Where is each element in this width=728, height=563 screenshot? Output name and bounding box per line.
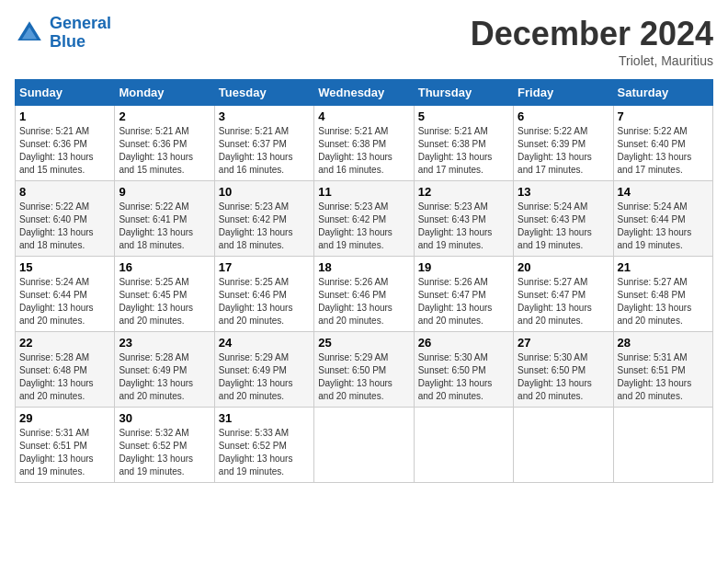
calendar-cell: 26 Sunrise: 5:30 AMSunset: 6:50 PMDaylig… <box>414 332 513 408</box>
calendar-cell <box>314 408 414 483</box>
day-info: Sunrise: 5:29 AMSunset: 6:49 PMDaylight:… <box>219 352 293 401</box>
calendar-cell: 10 Sunrise: 5:23 AMSunset: 6:42 PMDaylig… <box>214 181 313 257</box>
calendar-cell: 3 Sunrise: 5:21 AMSunset: 6:37 PMDayligh… <box>214 106 313 181</box>
day-number: 23 <box>119 336 210 350</box>
day-info: Sunrise: 5:28 AMSunset: 6:49 PMDaylight:… <box>119 352 193 401</box>
day-info: Sunrise: 5:30 AMSunset: 6:50 PMDaylight:… <box>418 352 493 401</box>
day-info: Sunrise: 5:22 AMSunset: 6:39 PMDaylight:… <box>518 126 592 175</box>
weekday-header-row: SundayMondayTuesdayWednesdayThursdayFrid… <box>16 80 713 106</box>
calendar-week-5: 29 Sunrise: 5:31 AMSunset: 6:51 PMDaylig… <box>16 408 713 483</box>
day-number: 27 <box>518 336 609 350</box>
day-info: Sunrise: 5:28 AMSunset: 6:48 PMDaylight:… <box>19 352 94 401</box>
calendar-header: SundayMondayTuesdayWednesdayThursdayFrid… <box>16 80 713 106</box>
calendar-cell: 16 Sunrise: 5:25 AMSunset: 6:45 PMDaylig… <box>115 257 214 332</box>
day-number: 6 <box>518 109 609 123</box>
day-info: Sunrise: 5:24 AMSunset: 6:44 PMDaylight:… <box>19 277 94 326</box>
calendar-week-1: 1 Sunrise: 5:21 AMSunset: 6:36 PMDayligh… <box>16 106 713 181</box>
day-number: 31 <box>219 411 310 425</box>
day-info: Sunrise: 5:24 AMSunset: 6:44 PMDaylight:… <box>618 201 692 250</box>
day-info: Sunrise: 5:23 AMSunset: 6:43 PMDaylight:… <box>418 201 493 250</box>
day-info: Sunrise: 5:21 AMSunset: 6:37 PMDaylight:… <box>219 126 293 175</box>
day-info: Sunrise: 5:26 AMSunset: 6:46 PMDaylight:… <box>318 277 392 326</box>
calendar-cell: 18 Sunrise: 5:26 AMSunset: 6:46 PMDaylig… <box>314 257 414 332</box>
day-number: 17 <box>219 260 310 274</box>
day-info: Sunrise: 5:31 AMSunset: 6:51 PMDaylight:… <box>618 352 692 401</box>
day-number: 5 <box>418 109 509 123</box>
calendar-cell <box>613 408 712 483</box>
day-number: 14 <box>618 185 709 199</box>
day-number: 9 <box>119 185 210 199</box>
calendar-cell: 15 Sunrise: 5:24 AMSunset: 6:44 PMDaylig… <box>16 257 115 332</box>
calendar-cell: 22 Sunrise: 5:28 AMSunset: 6:48 PMDaylig… <box>16 332 115 408</box>
weekday-thursday: Thursday <box>414 80 513 106</box>
day-info: Sunrise: 5:22 AMSunset: 6:40 PMDaylight:… <box>19 201 94 250</box>
day-number: 12 <box>418 185 509 199</box>
day-info: Sunrise: 5:30 AMSunset: 6:50 PMDaylight:… <box>518 352 592 401</box>
calendar-table: SundayMondayTuesdayWednesdayThursdayFrid… <box>15 79 713 483</box>
calendar-body: 1 Sunrise: 5:21 AMSunset: 6:36 PMDayligh… <box>16 106 713 483</box>
day-number: 20 <box>518 260 609 274</box>
day-number: 4 <box>318 109 409 123</box>
calendar-cell: 7 Sunrise: 5:22 AMSunset: 6:40 PMDayligh… <box>613 106 712 181</box>
page-header: General Blue December 2024 Triolet, Maur… <box>15 15 713 68</box>
day-number: 7 <box>618 109 709 123</box>
calendar-cell <box>514 408 613 483</box>
calendar-cell: 4 Sunrise: 5:21 AMSunset: 6:38 PMDayligh… <box>314 106 414 181</box>
calendar-cell: 17 Sunrise: 5:25 AMSunset: 6:46 PMDaylig… <box>214 257 313 332</box>
day-number: 24 <box>219 336 310 350</box>
weekday-tuesday: Tuesday <box>214 80 313 106</box>
day-number: 22 <box>19 336 110 350</box>
day-number: 8 <box>19 185 110 199</box>
calendar-week-3: 15 Sunrise: 5:24 AMSunset: 6:44 PMDaylig… <box>16 257 713 332</box>
day-number: 30 <box>119 411 210 425</box>
day-info: Sunrise: 5:24 AMSunset: 6:43 PMDaylight:… <box>518 201 592 250</box>
day-number: 18 <box>318 260 409 274</box>
day-number: 19 <box>418 260 509 274</box>
day-info: Sunrise: 5:21 AMSunset: 6:38 PMDaylight:… <box>418 126 493 175</box>
day-info: Sunrise: 5:31 AMSunset: 6:51 PMDaylight:… <box>19 428 94 477</box>
day-number: 2 <box>119 109 210 123</box>
calendar-cell: 1 Sunrise: 5:21 AMSunset: 6:36 PMDayligh… <box>16 106 115 181</box>
weekday-sunday: Sunday <box>16 80 115 106</box>
calendar-cell: 19 Sunrise: 5:26 AMSunset: 6:47 PMDaylig… <box>414 257 513 332</box>
logo-icon <box>15 18 44 48</box>
month-title: December 2024 <box>471 15 713 53</box>
calendar-cell: 6 Sunrise: 5:22 AMSunset: 6:39 PMDayligh… <box>514 106 613 181</box>
day-number: 29 <box>19 411 110 425</box>
day-number: 16 <box>119 260 210 274</box>
day-info: Sunrise: 5:21 AMSunset: 6:36 PMDaylight:… <box>119 126 193 175</box>
day-info: Sunrise: 5:32 AMSunset: 6:52 PMDaylight:… <box>119 428 193 477</box>
calendar-cell: 21 Sunrise: 5:27 AMSunset: 6:48 PMDaylig… <box>613 257 712 332</box>
weekday-wednesday: Wednesday <box>314 80 414 106</box>
calendar-cell: 28 Sunrise: 5:31 AMSunset: 6:51 PMDaylig… <box>613 332 712 408</box>
day-info: Sunrise: 5:22 AMSunset: 6:41 PMDaylight:… <box>119 201 193 250</box>
day-info: Sunrise: 5:29 AMSunset: 6:50 PMDaylight:… <box>318 352 392 401</box>
day-info: Sunrise: 5:25 AMSunset: 6:46 PMDaylight:… <box>219 277 293 326</box>
calendar-cell: 20 Sunrise: 5:27 AMSunset: 6:47 PMDaylig… <box>514 257 613 332</box>
weekday-saturday: Saturday <box>613 80 712 106</box>
day-info: Sunrise: 5:23 AMSunset: 6:42 PMDaylight:… <box>318 201 392 250</box>
calendar-cell: 23 Sunrise: 5:28 AMSunset: 6:49 PMDaylig… <box>115 332 214 408</box>
calendar-cell: 25 Sunrise: 5:29 AMSunset: 6:50 PMDaylig… <box>314 332 414 408</box>
day-number: 10 <box>219 185 310 199</box>
logo-text: General Blue <box>50 15 111 52</box>
day-number: 25 <box>318 336 409 350</box>
day-number: 15 <box>19 260 110 274</box>
day-number: 3 <box>219 109 310 123</box>
title-area: December 2024 Triolet, Mauritius <box>471 15 713 68</box>
calendar-cell: 29 Sunrise: 5:31 AMSunset: 6:51 PMDaylig… <box>16 408 115 483</box>
day-number: 26 <box>418 336 509 350</box>
logo: General Blue <box>15 15 111 52</box>
calendar-cell: 9 Sunrise: 5:22 AMSunset: 6:41 PMDayligh… <box>115 181 214 257</box>
day-info: Sunrise: 5:26 AMSunset: 6:47 PMDaylight:… <box>418 277 493 326</box>
logo-general: General <box>50 14 111 32</box>
weekday-monday: Monday <box>115 80 214 106</box>
day-number: 13 <box>518 185 609 199</box>
calendar-cell: 11 Sunrise: 5:23 AMSunset: 6:42 PMDaylig… <box>314 181 414 257</box>
weekday-friday: Friday <box>514 80 613 106</box>
day-info: Sunrise: 5:21 AMSunset: 6:38 PMDaylight:… <box>318 126 392 175</box>
logo-blue: Blue <box>50 32 85 51</box>
day-number: 28 <box>618 336 709 350</box>
calendar-cell: 14 Sunrise: 5:24 AMSunset: 6:44 PMDaylig… <box>613 181 712 257</box>
day-info: Sunrise: 5:27 AMSunset: 6:48 PMDaylight:… <box>618 277 692 326</box>
